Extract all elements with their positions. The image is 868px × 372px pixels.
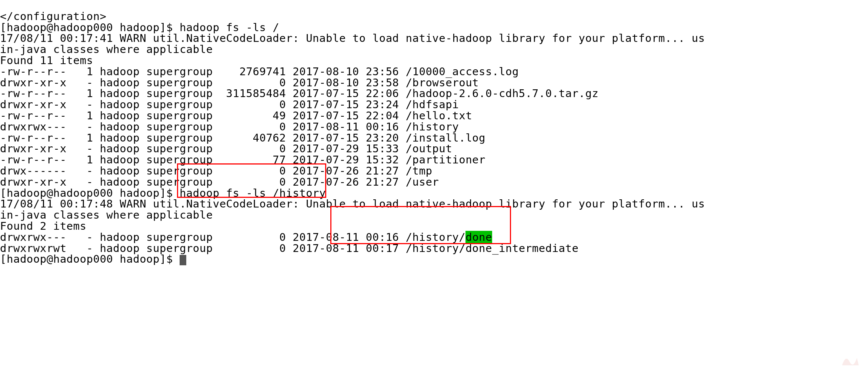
text-cursor xyxy=(180,255,186,265)
shell-prompt: [hadoop@hadoop000 hadoop]$ xyxy=(0,253,180,265)
watermark-icon xyxy=(838,351,861,369)
terminal-output[interactable]: </configuration> [hadoop@hadoop000 hadoo… xyxy=(0,0,868,265)
